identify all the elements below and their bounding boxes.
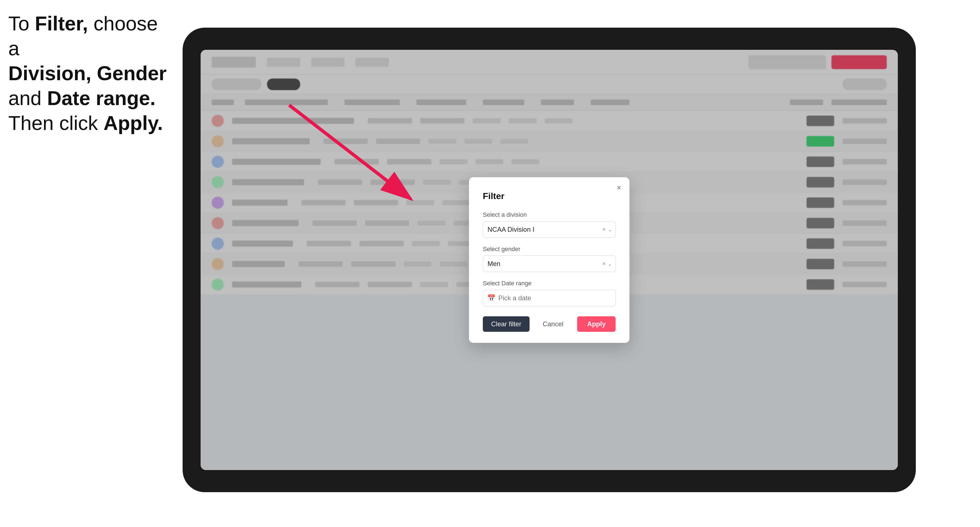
footer-right-buttons: Cancel Apply — [535, 316, 616, 332]
gender-dropdown-icon: ⌄ — [608, 260, 612, 267]
close-icon: × — [617, 183, 621, 192]
date-range-keyword: Date range. — [47, 87, 156, 109]
cancel-button[interactable]: Cancel — [535, 316, 572, 332]
division-select-wrapper[interactable]: NCAA Division I × ⌄ — [483, 221, 616, 238]
modal-overlay: × Filter Select a division NCAA Division… — [200, 50, 898, 470]
gender-clear-icon[interactable]: × — [602, 260, 606, 267]
instruction-line1: To Filter, choose a — [8, 11, 169, 61]
date-form-group: Select Date range 📅 — [483, 280, 616, 306]
division-label: Select a division — [483, 211, 616, 218]
division-form-group: Select a division NCAA Division I × ⌄ — [483, 211, 616, 238]
apply-button[interactable]: Apply — [577, 316, 616, 332]
division-select[interactable]: NCAA Division I — [483, 221, 616, 238]
modal-footer: Clear filter Cancel Apply — [483, 316, 616, 332]
gender-select-wrapper[interactable]: Men × ⌄ — [483, 256, 616, 272]
date-input-wrapper[interactable]: 📅 — [483, 290, 616, 306]
date-range-input[interactable] — [483, 290, 616, 306]
instruction-line2: Division, Gender — [8, 61, 169, 86]
instruction-line4: Then click Apply. — [8, 111, 169, 135]
gender-select[interactable]: Men — [483, 256, 616, 272]
division-dropdown-icon: ⌄ — [608, 226, 612, 233]
gender-label: Select gender — [483, 246, 616, 253]
tablet-frame: × Filter Select a division NCAA Division… — [183, 28, 916, 492]
filter-keyword: Filter, — [35, 13, 88, 35]
filter-modal: × Filter Select a division NCAA Division… — [469, 177, 630, 343]
gender-form-group: Select gender Men × ⌄ — [483, 246, 616, 272]
modal-title: Filter — [483, 191, 616, 201]
instruction-line3: and Date range. — [8, 86, 169, 111]
date-label: Select Date range — [483, 280, 616, 287]
instruction-block: To Filter, choose a Division, Gender and… — [8, 11, 169, 135]
calendar-icon: 📅 — [487, 294, 496, 302]
apply-keyword: Apply. — [103, 112, 163, 134]
clear-filter-button[interactable]: Clear filter — [483, 316, 530, 332]
tablet-screen: × Filter Select a division NCAA Division… — [200, 50, 898, 470]
modal-close-button[interactable]: × — [614, 183, 624, 193]
division-clear-icon[interactable]: × — [602, 226, 606, 233]
